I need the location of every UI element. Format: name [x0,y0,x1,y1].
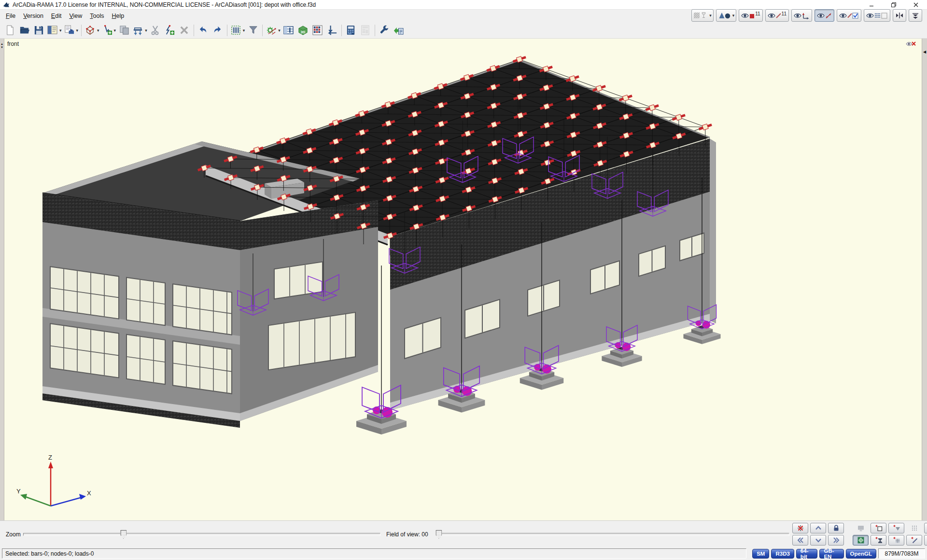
calculation-settings-button[interactable]: ▾ [265,23,281,37]
zoom-out-button[interactable] [888,523,904,533]
select-region-button[interactable] [888,535,904,546]
verification-button[interactable] [392,23,406,37]
rotate-view-button[interactable] [924,535,927,546]
project-views-button[interactable]: ▾ [46,23,63,37]
zoom-selection-icon [875,524,883,532]
zoom-label: Zoom [6,531,21,538]
show-local-axes-button[interactable] [791,9,812,22]
view-options-toolbar: ▾▾1111 [691,9,922,22]
view-3d-icon: 3D [297,25,309,36]
dropdown-caret-icon[interactable]: ▾ [59,28,62,33]
select-line-button[interactable] [906,535,922,546]
menu-tools[interactable]: Tools [86,11,108,21]
pan-up-button[interactable] [810,523,826,533]
center-model-button[interactable] [853,535,869,546]
zoom-slider[interactable] [23,533,380,536]
view-3d-button[interactable]: 3D [296,23,310,37]
dropdown-caret-icon[interactable]: ▾ [145,28,147,33]
field-of-view-slider[interactable] [437,533,789,536]
open-project-button[interactable] [17,23,31,37]
dropdown-caret-icon[interactable]: ▾ [76,28,79,33]
cut-button[interactable] [148,23,163,37]
status-badge-opengl[interactable]: OpenGL [846,549,876,559]
print-preview-button[interactable]: ▾ [63,23,80,37]
redo-button[interactable] [211,23,225,37]
show-bars-filter-button[interactable] [837,9,861,22]
application-window: ArCADia-RAMA 17.0 License for INTERNAL, … [0,0,927,560]
status-badge-gb-en[interactable]: GB-EN [819,549,843,559]
status-badge-r3d3[interactable]: R3D3 [771,549,794,559]
zoom-slider-thumb[interactable] [120,530,126,539]
status-badge-64-bit[interactable]: 64-bit [796,549,818,559]
show-node-numbers-button[interactable]: 11 [739,9,762,22]
save-project-button[interactable] [31,23,46,37]
lock-zoom-button[interactable] [828,523,844,533]
select-region-icon [893,536,900,544]
dropdown-caret-icon[interactable]: ▾ [732,13,735,18]
dropdown-caret-icon[interactable]: ▾ [709,13,712,18]
load-to-bar-button[interactable] [325,23,339,37]
fov-slider-thumb[interactable] [435,530,442,539]
collapse-panels-vertical-button[interactable] [909,9,922,22]
close-view-icon[interactable] [906,41,916,49]
abort-redraw-button[interactable] [792,523,808,533]
menu-view[interactable]: View [65,11,86,21]
show-dimension-lines-button[interactable] [815,9,834,22]
zoom-window-button[interactable] [924,523,927,533]
copy-icon [119,25,130,36]
display-mode-group[interactable]: ▾ [691,9,714,22]
menu-version[interactable]: Version [19,11,47,21]
filter-button[interactable] [246,23,260,37]
close-button[interactable] [905,0,927,9]
dropdown-caret-icon[interactable]: ▾ [243,28,245,33]
screen-capture-icon [857,524,865,532]
collapse-panels-vertical-icon [911,12,920,19]
add-selection-button[interactable] [163,23,177,37]
render-mode-group[interactable]: ▾ [716,9,737,22]
axis-label-z: Z [48,454,52,461]
copy-button[interactable] [117,23,131,37]
viewport-3d[interactable]: ▲▼ ZXY front ◀ [0,39,927,520]
pan-right-button[interactable] [828,535,844,546]
properties-table-button[interactable] [281,23,296,37]
toolbar-separator [227,25,227,36]
calculations-button[interactable] [344,23,358,37]
assemble-structure-button[interactable]: ▾ [131,23,148,37]
menu-edit[interactable]: Edit [47,11,66,21]
section-display-button[interactable]: ▾ [229,23,246,37]
dropdown-caret-icon[interactable]: ▾ [114,28,116,33]
menu-help[interactable]: Help [108,11,128,21]
pan-right-icon [832,536,840,544]
dropdown-caret-icon[interactable]: ▾ [278,28,281,33]
show-bars-filter-icon [839,12,859,19]
minimize-button[interactable] [860,0,883,9]
right-splitter-handle[interactable]: ◀ [922,39,927,520]
delete-button[interactable] [177,23,192,37]
tools-wrench-button[interactable] [377,23,392,37]
new-document-button[interactable] [2,23,17,37]
left-splitter-handle[interactable]: ▲▼ [0,39,4,520]
status-badge-sm[interactable]: SM [752,549,769,559]
select-hourglass-button[interactable] [871,535,886,546]
redo-icon [212,25,223,36]
selection-status: Selected: bars-0; nodes-0; loads-0 [2,548,746,559]
zoom-selection-button[interactable] [871,523,886,533]
pan-down-button[interactable] [810,535,826,546]
scene-3d-model[interactable]: ZXY [4,39,923,520]
selection-mode-button[interactable]: ▾ [100,23,117,37]
new-frame-3d-button[interactable]: ▾ [84,23,100,37]
cut-icon [150,25,161,36]
dropdown-caret-icon[interactable]: ▾ [97,28,99,33]
collapse-panels-horizontal-button[interactable] [893,9,906,22]
maximize-button[interactable] [883,0,905,9]
pan-left-button[interactable] [792,535,808,546]
show-bar-numbers-icon [768,12,781,19]
show-node-numbers-label: 11 [755,11,760,16]
select-hourglass-icon [875,536,883,544]
show-mesh-panel-button[interactable] [864,9,890,22]
menu-file[interactable]: File [2,11,19,21]
results-matrix-button[interactable] [310,23,325,37]
calculations-icon [345,25,356,36]
show-bar-numbers-button[interactable]: 11 [765,9,789,22]
undo-button[interactable] [196,23,211,37]
